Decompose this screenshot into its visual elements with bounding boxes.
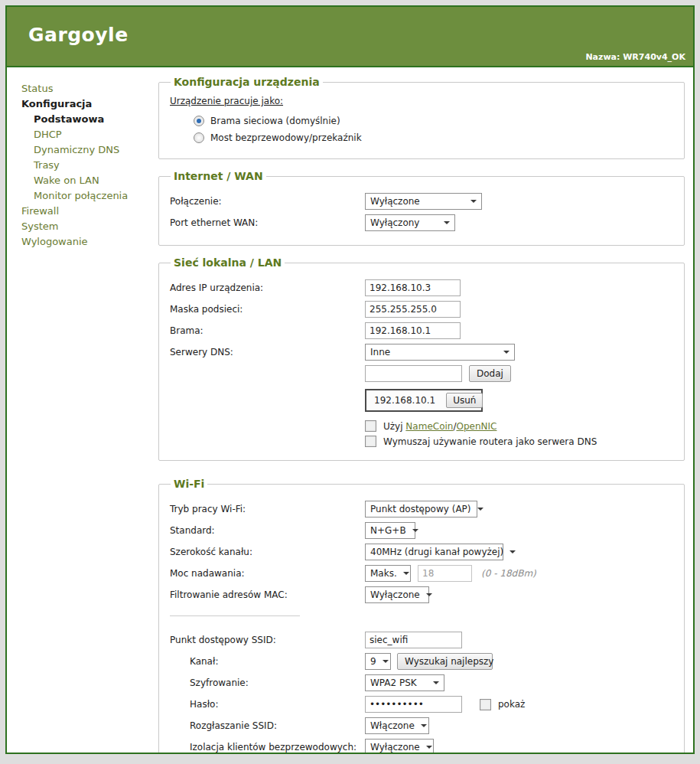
wan-connection-label: Połączenie: [170,196,365,207]
dropdown-arrow-icon [412,529,418,532]
dropdown-arrow-icon [403,572,409,575]
wifi-power-hint: (0 - 18dBm) [481,568,536,579]
opennic-link[interactable]: OpenNIC [456,421,497,432]
show-password-checkbox[interactable] [480,699,491,710]
sidebar-item-monitor-polaczenia[interactable]: Monitor połączenia [21,188,158,204]
sidebar-item-trasy[interactable]: Trasy [21,158,158,173]
wan-connection-select[interactable]: Wyłączone [365,193,482,210]
namecoin-link[interactable]: NameCoin [405,421,453,432]
dropdown-arrow-icon [426,746,432,749]
lan-mask-input[interactable] [365,301,461,318]
section-wifi-legend: Wi-Fi [171,478,207,490]
section-wifi: Wi-Fi Tryb pracy Wi-Fi: Punkt dostępowy … [158,478,685,754]
lan-ip-label: Adres IP urządzenia: [170,282,365,293]
lan-dns-label: Serwery DNS: [170,347,365,358]
main-panel: Konfiguracja urządzenia Urządzenie pracu… [158,67,685,754]
dropdown-arrow-icon [426,593,432,596]
radio-bridge[interactable] [194,132,204,143]
wifi-macfilter-label: Filtrowanie adresów MAC: [170,589,365,600]
namecoin-prefix: Użyj [383,421,403,432]
lan-gateway-input[interactable] [365,322,461,339]
lan-dns-mode-value: Inne [370,347,390,358]
dropdown-arrow-icon [510,550,516,553]
dropdown-arrow-icon [433,681,439,684]
wifi-encryption-label: Szyfrowanie: [170,677,365,688]
sidebar-nav: Status Konfiguracja Podstawowa DHCP Dyna… [7,67,158,250]
force-dns-label: Wymuszaj używanie routera jako serwera D… [383,436,597,447]
wifi-power-custom-input [418,565,472,582]
wifi-channel-value: 9 [370,656,376,667]
wifi-channel-select[interactable]: 9 [365,653,391,670]
wifi-macfilter-select[interactable]: Wyłączone [365,586,429,603]
sidebar-item-wake-on-lan[interactable]: Wake on LAN [21,173,158,188]
wifi-encryption-select[interactable]: WPA2 PSK [365,674,444,691]
app-title: Gargoyle [28,24,129,46]
lan-gateway-label: Brama: [170,325,365,336]
dns-add-button[interactable]: Dodaj [469,365,511,382]
lan-ip-input[interactable] [365,279,461,296]
dns-remove-button[interactable]: Usuń [446,393,483,408]
wifi-encryption-value: WPA2 PSK [370,677,417,688]
wan-port-label: Port ethernet WAN: [170,217,365,228]
device-mode-option-gateway[interactable]: Brama sieciowa (domyślnie) [194,116,673,126]
sidebar-item-wylogowanie[interactable]: Wylogowanie [21,234,158,250]
wan-connection-value: Wyłączone [370,196,420,207]
dropdown-arrow-icon [421,724,427,727]
device-mode-option-bridge[interactable]: Most bezprzewodowy/przekaźnik [194,132,673,143]
sidebar-item-system[interactable]: System [21,219,158,234]
dropdown-arrow-icon [383,660,389,663]
namecoin-checkbox[interactable] [365,420,376,432]
wifi-isolation-select[interactable]: Wyłączone [365,739,434,754]
sidebar-item-dynamiczny-dns[interactable]: Dynamiczny DNS [21,142,158,158]
namecoin-check-row: Użyj NameCoin/OpenNIC [365,420,673,432]
wifi-password-label: Hasło: [170,699,365,710]
wifi-password-input[interactable] [365,696,462,713]
device-name-label: Nazwa: WR740v4_OK [585,52,685,62]
lan-dns-new-input[interactable] [365,365,462,382]
wifi-broadcast-select[interactable]: Włączone [365,717,429,734]
sidebar-item-konfiguracja[interactable]: Konfiguracja [21,96,158,112]
dns-entry-value: 192.168.10.1 [374,395,435,406]
dropdown-arrow-icon [470,200,477,203]
section-wan-legend: Internet / WAN [171,170,266,182]
app-header: Gargoyle Nazwa: WR740v4_OK [7,7,693,67]
dropdown-arrow-icon [477,508,483,511]
wan-port-value: Wyłączony [370,217,419,228]
sidebar-item-firewall[interactable]: Firewall [21,204,158,219]
show-password-label: pokaż [498,699,525,710]
wifi-channel-width-select[interactable]: 40MHz (drugi kanał powyżej) [365,544,503,560]
page-frame: Gargoyle Nazwa: WR740v4_OK Status Konfig… [5,5,695,754]
force-dns-check-row: Wymuszaj używanie routera jako serwera D… [365,436,673,447]
wifi-ssid-input[interactable] [365,632,462,648]
dropdown-arrow-icon [444,221,450,224]
lan-mask-label: Maska podsieci: [170,304,365,315]
wifi-scan-button[interactable]: Wyszukaj najlepszy [397,653,493,670]
radio-gateway[interactable] [194,116,204,126]
wifi-broadcast-label: Rozgłaszanie SSID: [170,720,365,731]
wifi-section-divider [170,615,300,616]
section-device-config-legend: Konfiguracja urządzenia [171,76,323,88]
lan-dns-mode-select[interactable]: Inne [365,344,515,361]
sidebar-item-status[interactable]: Status [21,81,158,96]
wifi-power-select[interactable]: Maks. [365,565,411,582]
wifi-macfilter-value: Wyłączone [370,589,420,600]
wifi-power-label: Moc nadawania: [170,568,365,579]
wifi-broadcast-value: Włączone [370,720,415,731]
wan-port-select[interactable]: Wyłączony [365,214,455,231]
wifi-mode-select[interactable]: Punkt dostępowy (AP) [365,501,477,517]
force-dns-checkbox[interactable] [365,436,376,447]
wifi-standard-value: N+G+B [370,525,406,536]
wifi-channel-width-label: Szerokość kanału: [170,547,365,557]
section-wan: Internet / WAN Połączenie: Wyłączone Por… [158,170,685,246]
wifi-channel-label: Kanał: [170,656,365,667]
sidebar-item-dhcp[interactable]: DHCP [21,127,158,142]
section-device-config: Konfiguracja urządzenia Urządzenie pracu… [158,76,685,159]
content-area: Status Konfiguracja Podstawowa DHCP Dyna… [7,67,693,754]
wifi-mode-label: Tryb pracy Wi-Fi: [170,504,365,514]
wifi-isolation-value: Wyłączone [370,742,420,753]
sidebar-item-podstawowa[interactable]: Podstawowa [21,112,158,127]
wifi-isolation-label: Izolacja klientów bezprzewodowych: [170,742,365,753]
wifi-ssid-label: Punkt dostępowy SSID: [170,635,365,645]
dns-entry-box: 192.168.10.1 Usuń [365,389,483,412]
wifi-standard-select[interactable]: N+G+B [365,522,415,539]
